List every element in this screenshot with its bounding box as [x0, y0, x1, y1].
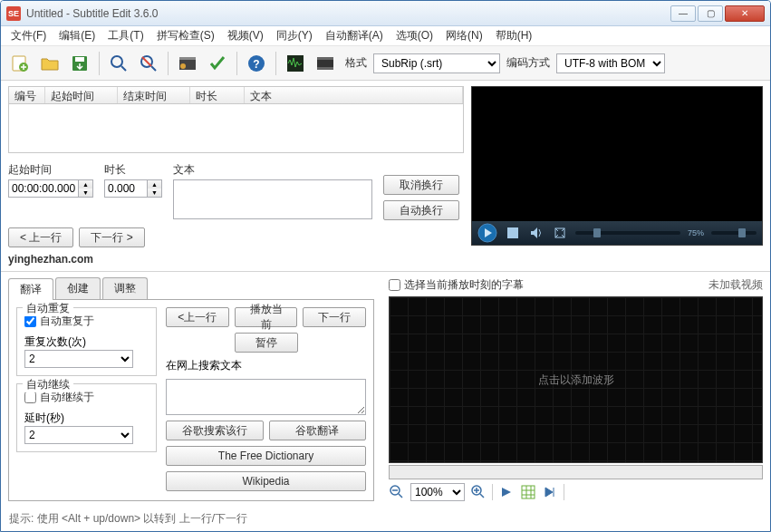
video-percent: 75% [688, 228, 704, 237]
delay-select[interactable]: 2 [24, 426, 133, 444]
encoding-select[interactable]: UTF-8 with BOM [556, 53, 665, 73]
wikipedia-button[interactable]: Wikipedia [166, 471, 366, 491]
zoom-in-icon[interactable] [470, 484, 487, 500]
search-online-label: 在网上搜索文本 [166, 358, 366, 373]
next-marker-icon[interactable] [542, 484, 558, 500]
select-playback-subtitle-checkbox[interactable] [389, 279, 400, 291]
hint-text: 提示: 使用 <Alt + up/down> 以转到 上一行/下一行 [9, 511, 247, 527]
col-duration[interactable]: 时长 [190, 87, 245, 103]
search-online-input[interactable] [166, 379, 366, 415]
subtitle-text-input[interactable] [173, 179, 372, 219]
video-not-loaded-label: 未加载视频 [708, 277, 763, 293]
col-text[interactable]: 文本 [245, 87, 463, 103]
app-icon: SE [6, 6, 21, 21]
toolbar: ? 格式 SubRip (.srt) 编码方式 UTF-8 with BOM [1, 46, 770, 81]
svg-rect-7 [179, 57, 196, 60]
duration-label: 时长 [104, 162, 162, 178]
start-time-input[interactable]: ▲▼ [8, 179, 93, 198]
find-button[interactable] [105, 50, 132, 77]
pause-button[interactable]: 暂停 [235, 333, 298, 353]
svg-rect-14 [317, 67, 333, 70]
waveform-panel[interactable]: 点击以添加波形 [389, 296, 763, 463]
svg-rect-16 [507, 227, 518, 238]
maximize-button[interactable]: ▢ [698, 5, 723, 22]
replace-button[interactable] [135, 50, 162, 77]
menu-sync[interactable]: 同步(Y) [270, 26, 319, 45]
auto-wrap-button[interactable]: 自动换行 [383, 200, 459, 220]
visual-sync-button[interactable] [174, 50, 201, 77]
menu-network[interactable]: 网络(N) [439, 26, 489, 45]
auto-continue-group: 自动继续 [23, 377, 73, 392]
svg-text:?: ? [253, 58, 259, 71]
save-button[interactable] [66, 50, 93, 77]
col-end[interactable]: 结束时间 [118, 87, 190, 103]
grid-view-icon[interactable] [520, 484, 536, 500]
prev-line-button[interactable]: < 上一行 [8, 227, 73, 247]
spellcheck-button[interactable] [204, 50, 231, 77]
video-button[interactable] [312, 50, 339, 77]
translate-prev-button[interactable]: <上一行 [166, 307, 229, 327]
auto-repeat-checkbox[interactable] [24, 315, 36, 327]
video-progress-slider[interactable] [575, 231, 680, 235]
svg-rect-13 [317, 57, 333, 60]
help-button[interactable]: ? [243, 50, 270, 77]
video-volume-slider[interactable] [711, 231, 757, 235]
tab-create[interactable]: 创建 [55, 277, 101, 299]
menu-help[interactable]: 帮助(H) [489, 26, 539, 45]
waveform-placeholder: 点击以添加波形 [538, 372, 614, 388]
menu-options[interactable]: 选项(O) [390, 26, 439, 45]
minimize-button[interactable]: — [670, 5, 696, 22]
subtitle-grid[interactable] [8, 104, 464, 153]
zoom-out-icon[interactable] [389, 484, 405, 500]
waveform-scrollbar[interactable] [389, 465, 763, 479]
repeat-count-label: 重复次数(次) [24, 334, 149, 350]
svg-point-8 [180, 63, 186, 69]
format-select[interactable]: SubRip (.srt) [373, 53, 500, 73]
subtitle-grid-header: 编号 起始时间 结束时间 时长 文本 [8, 86, 464, 104]
play-icon[interactable] [477, 223, 497, 243]
close-button[interactable]: ✕ [725, 5, 765, 22]
translate-next-button[interactable]: 下一行 [303, 307, 366, 327]
volume-icon[interactable] [528, 225, 545, 241]
tab-translate[interactable]: 翻译 [8, 278, 53, 300]
window-title: Untitled - Subtitle Edit 3.6.0 [26, 7, 669, 20]
svg-point-4 [111, 56, 122, 67]
start-time-label: 起始时间 [8, 162, 93, 178]
free-dictionary-button[interactable]: The Free Dictionary [166, 446, 366, 466]
play-selection-icon[interactable] [498, 484, 515, 500]
new-file-button[interactable] [6, 50, 34, 77]
format-label: 格式 [345, 55, 367, 71]
repeat-count-select[interactable]: 2 [24, 350, 133, 368]
menu-autotranslate[interactable]: 自动翻译(A) [319, 26, 390, 45]
tab-adjust[interactable]: 调整 [102, 277, 148, 299]
video-player[interactable]: 75% [471, 86, 763, 246]
waveform-button[interactable] [282, 50, 309, 77]
col-number[interactable]: 编号 [9, 87, 45, 103]
google-translate-button[interactable]: 谷歌翻译 [269, 421, 367, 440]
open-file-button[interactable] [36, 50, 63, 77]
watermark-text: yinghezhan.com [8, 253, 464, 266]
delay-label: 延时(秒) [24, 411, 149, 426]
play-current-button[interactable]: 播放当前 [235, 307, 298, 327]
menu-spellcheck[interactable]: 拼写检查(S) [150, 26, 221, 45]
google-search-button[interactable]: 谷歌搜索该行 [166, 421, 264, 440]
zoom-select[interactable]: 100% [410, 483, 465, 501]
next-line-button[interactable]: 下一行 > [79, 227, 144, 247]
stop-icon[interactable] [505, 225, 521, 241]
auto-continue-checkbox[interactable] [24, 392, 36, 403]
menu-video[interactable]: 视频(V) [221, 26, 270, 45]
text-label: 文本 [173, 162, 372, 178]
col-start[interactable]: 起始时间 [45, 87, 118, 103]
menu-edit[interactable]: 编辑(E) [53, 26, 101, 45]
duration-input[interactable]: ▲▼ [104, 179, 162, 198]
encoding-label: 编码方式 [506, 55, 550, 71]
menu-file[interactable]: 文件(F) [5, 26, 53, 45]
fullscreen-icon[interactable] [552, 225, 568, 241]
menubar: 文件(F) 编辑(E) 工具(T) 拼写检查(S) 视频(V) 同步(Y) 自动… [1, 26, 770, 46]
svg-rect-20 [522, 486, 535, 498]
svg-rect-3 [75, 57, 84, 62]
auto-repeat-group: 自动重复 [23, 301, 73, 316]
menu-tools[interactable]: 工具(T) [101, 26, 149, 45]
cancel-wrap-button[interactable]: 取消换行 [383, 175, 459, 195]
